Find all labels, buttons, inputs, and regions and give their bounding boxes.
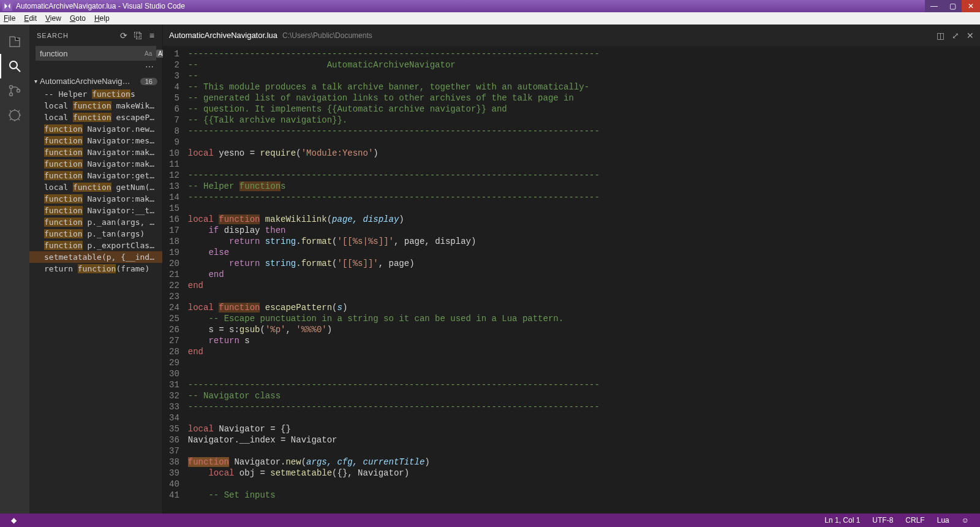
svg-line-1 <box>17 68 20 72</box>
search-result[interactable]: function p._tan(args) <box>29 228 162 240</box>
search-icon[interactable] <box>0 54 29 78</box>
search-result[interactable]: function Navigator:__tostring() <box>29 205 162 216</box>
code-editor[interactable]: 1234567891011121314151617181920212223242… <box>163 46 980 514</box>
search-header-label: SEARCH <box>37 32 69 39</box>
menu-help[interactable]: Help <box>94 14 110 23</box>
collapse-icon[interactable]: ⿻ <box>134 31 143 40</box>
diff-icon[interactable]: ⤢ <box>952 31 959 40</box>
activity-bar <box>0 25 29 514</box>
menu-file[interactable]: File <box>4 14 15 23</box>
svg-point-0 <box>10 61 17 69</box>
status-line-col[interactable]: Ln 1, Col 1 <box>824 516 860 525</box>
search-result[interactable]: return function(frame) <box>29 263 162 275</box>
search-result[interactable]: local function escapePattern(s) <box>29 112 162 123</box>
search-file-header[interactable]: ▾ AutomaticArchiveNavig… 16 <box>29 74 162 88</box>
search-result[interactable]: setmetatable(p, {__index = fu… <box>29 251 162 263</box>
code-content[interactable]: ----------------------------------------… <box>188 46 600 514</box>
statusbar: ◆ Ln 1, Col 1 UTF-8 CRLF Lua ☺ <box>0 514 980 527</box>
refresh-icon[interactable]: ⟳ <box>120 31 128 40</box>
git-icon[interactable] <box>0 78 29 103</box>
line-gutter: 1234567891011121314151617181920212223242… <box>163 46 188 514</box>
menu-goto[interactable]: Goto <box>70 14 86 23</box>
editor-tabbar: AutomaticArchiveNavigator.lua C:\Users\P… <box>163 25 980 46</box>
search-results: -- Helper functionslocal function makeWi… <box>29 88 162 275</box>
window-title: AutomaticArchiveNavigator.lua - Visual S… <box>16 2 185 10</box>
search-result[interactable]: function Navigator:makeBlurb() <box>29 146 162 158</box>
search-result[interactable]: local function getNum(i, curre… <box>29 181 162 193</box>
search-details-toggle[interactable]: ⋯ <box>29 62 162 74</box>
window-titlebar: AutomaticArchiveNavigator.lua - Visual S… <box>0 0 980 12</box>
search-result[interactable]: local function makeWikilink(p… <box>29 100 162 112</box>
search-result[interactable]: function Navigator:makeMess… <box>29 158 162 170</box>
search-header: SEARCH ⟳ ⿻ ≡ <box>29 25 162 46</box>
search-result[interactable]: function Navigator:getArchiv… <box>29 170 162 181</box>
status-eol[interactable]: CRLF <box>905 516 924 525</box>
maximize-button[interactable]: ▢ <box>943 0 962 12</box>
svg-point-5 <box>10 110 20 120</box>
search-input[interactable] <box>40 49 143 58</box>
explorer-icon[interactable] <box>0 29 29 54</box>
editor-area: AutomaticArchiveNavigator.lua C:\Users\P… <box>163 25 980 514</box>
status-language[interactable]: Lua <box>937 516 949 525</box>
debug-icon[interactable] <box>0 103 29 127</box>
vscode-logo-icon <box>2 1 12 11</box>
chevron-down-icon: ▾ <box>34 78 37 85</box>
clear-icon[interactable]: ≡ <box>149 31 155 40</box>
search-input-box[interactable]: Aa Ab| .* <box>36 46 156 61</box>
menubar: File Edit View Goto Help <box>0 12 980 25</box>
search-sidebar: SEARCH ⟳ ⿻ ≡ Aa Ab| .* ⋯ ▾ AutomaticArch… <box>29 25 163 514</box>
status-encoding[interactable]: UTF-8 <box>872 516 893 525</box>
tab-title[interactable]: AutomaticArchiveNavigator.lua <box>169 31 277 40</box>
case-sensitive-toggle[interactable]: Aa <box>143 50 154 58</box>
search-result[interactable]: function Navigator.new(args, … <box>29 123 162 135</box>
search-result[interactable]: function p._exportClasses() <box>29 240 162 251</box>
status-smiley-icon[interactable]: ☺ <box>962 516 969 525</box>
search-result[interactable]: -- Helper functions <box>29 88 162 100</box>
search-file-name: AutomaticArchiveNavig… <box>40 77 140 86</box>
tab-path: C:\Users\Public\Documents <box>282 31 372 40</box>
menu-edit[interactable]: Edit <box>24 14 37 23</box>
split-editor-icon[interactable]: ◫ <box>937 31 944 40</box>
window-controls: — ▢ ✕ <box>925 0 980 12</box>
close-tab-icon[interactable]: ✕ <box>967 31 974 40</box>
search-result[interactable]: function Navigator:makeArchi… <box>29 193 162 205</box>
status-feedback-icon[interactable]: ◆ <box>11 516 17 525</box>
close-button[interactable]: ✕ <box>962 0 980 12</box>
search-result[interactable]: function p._aan(args, cfg, curr… <box>29 216 162 228</box>
svg-point-3 <box>10 93 13 96</box>
search-result[interactable]: function Navigator:message(k… <box>29 135 162 146</box>
menu-view[interactable]: View <box>45 14 61 23</box>
svg-point-2 <box>10 86 13 89</box>
minimize-button[interactable]: — <box>925 0 943 12</box>
search-match-count: 16 <box>140 78 157 85</box>
